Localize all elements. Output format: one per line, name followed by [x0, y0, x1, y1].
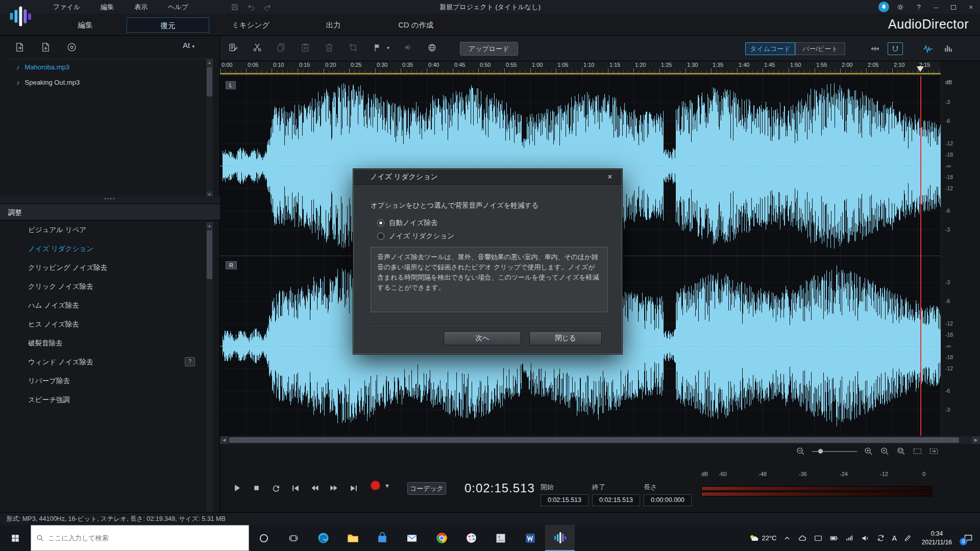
adjust-item[interactable]: 破裂音除去	[0, 334, 209, 353]
marker-icon[interactable]	[372, 42, 382, 53]
file-item[interactable]: ♪Mahoroba.mp3	[5, 59, 202, 74]
end-value[interactable]: 0:02:15.513	[592, 494, 640, 506]
taskbar-app-chrome[interactable]	[427, 525, 456, 551]
download-disc-icon[interactable]	[66, 42, 77, 53]
zoom-selection-icon[interactable]	[896, 446, 906, 456]
search-input[interactable]	[48, 534, 243, 542]
notification-icon[interactable]	[878, 2, 889, 12]
taskbar-app-store[interactable]	[368, 525, 397, 551]
redo-icon[interactable]	[262, 2, 273, 13]
ime-mode[interactable]: A	[892, 534, 896, 542]
radio-icon[interactable]	[377, 233, 384, 240]
taskbar-clock[interactable]: 0:34 2021/11/16	[919, 530, 955, 546]
record-caret-icon[interactable]: ▼	[384, 483, 390, 489]
scroll-thumb[interactable]	[207, 230, 212, 279]
snap-tool-icon[interactable]	[888, 42, 903, 55]
settings-gear-icon[interactable]	[896, 3, 906, 11]
sync-icon[interactable]	[876, 534, 885, 542]
file-item[interactable]: ♪Speaking Out.mp3	[5, 74, 202, 90]
fast-forward-button[interactable]	[327, 481, 341, 495]
taskbar-search[interactable]	[31, 525, 249, 551]
onedrive-cloud-icon[interactable]	[798, 534, 807, 543]
undo-icon[interactable]	[246, 2, 257, 13]
help-icon[interactable]: ?	[914, 3, 924, 11]
stop-button[interactable]	[250, 481, 263, 495]
network-icon[interactable]	[845, 534, 854, 542]
loop-button[interactable]	[269, 481, 283, 495]
adjust-item[interactable]: クリッピング ノイズ除去	[0, 258, 209, 277]
radio-icon[interactable]	[377, 219, 384, 227]
launch-tool-icon[interactable]: ?	[185, 357, 195, 366]
adjust-item[interactable]: スピーチ強調	[0, 390, 209, 409]
taskbar-app-mail[interactable]	[397, 525, 427, 551]
menu-item[interactable]: ヘルプ	[158, 0, 199, 14]
rewind-button[interactable]	[308, 481, 322, 495]
skip-start-button[interactable]	[288, 481, 302, 495]
action-center-button[interactable]: 8	[962, 533, 975, 543]
skip-end-button[interactable]	[347, 481, 360, 495]
adjust-scrollbar[interactable]: ▲ ▼	[206, 222, 213, 546]
maximize-button[interactable]	[948, 3, 959, 11]
spectral-view-icon[interactable]	[941, 42, 956, 55]
cortana-button[interactable]	[249, 525, 279, 551]
paste-icon[interactable]	[300, 42, 310, 53]
zoom-slider-knob[interactable]	[818, 449, 823, 454]
adjust-item[interactable]: ノイズ リダクション	[0, 239, 209, 258]
tab-出力[interactable]: 出力	[292, 17, 375, 33]
dialog-titlebar[interactable]: ノイズ リダクション ×	[354, 169, 622, 185]
scroll-thumb[interactable]	[207, 67, 212, 96]
zoom-slider[interactable]	[812, 447, 857, 456]
horizontal-scrollbar[interactable]: ◀ ▶	[220, 436, 980, 444]
volume-tray-icon[interactable]	[861, 534, 870, 543]
weather-widget[interactable]: 22°C	[748, 533, 776, 543]
start-button[interactable]	[0, 525, 31, 551]
scroll-up-icon[interactable]: ▲	[206, 59, 213, 66]
scroll-up-icon[interactable]: ▲	[206, 222, 213, 229]
pan-tool-icon[interactable]	[867, 42, 883, 55]
upload-button[interactable]: アップロード	[460, 42, 518, 56]
battery-icon[interactable]	[829, 534, 839, 543]
record-button[interactable]	[371, 481, 380, 490]
add-file-icon[interactable]	[40, 42, 51, 53]
tab-ミキシング[interactable]: ミキシング	[209, 17, 292, 33]
taskbar-app-edge[interactable]	[308, 525, 338, 551]
tab-編集[interactable]: 編集	[44, 17, 127, 33]
play-button[interactable]	[230, 481, 244, 495]
panel-splitter[interactable]: ••••	[0, 196, 220, 204]
barbeat-toggle[interactable]: バー/ビート	[795, 42, 845, 55]
adjust-item[interactable]: ウィンド ノイズ除去?	[0, 353, 209, 371]
taskbar-app-audiodirector[interactable]	[545, 525, 575, 551]
text-size-button[interactable]: At ▾	[183, 41, 194, 49]
save-icon[interactable]	[229, 2, 240, 13]
cut-icon[interactable]	[252, 42, 262, 53]
import-file-icon[interactable]	[14, 42, 25, 53]
select-region-icon[interactable]	[913, 446, 922, 456]
edit-note-icon[interactable]	[228, 42, 238, 53]
delete-icon[interactable]	[324, 42, 334, 53]
dialog-close-icon[interactable]: ×	[604, 172, 616, 182]
tab-CD の作成[interactable]: CD の作成	[375, 17, 457, 33]
scroll-thumb[interactable]	[229, 437, 959, 443]
menu-item[interactable]: 表示	[124, 0, 158, 14]
taskbar-app-paint[interactable]	[456, 525, 486, 551]
select-all-region-icon[interactable]	[929, 446, 939, 456]
adjust-item[interactable]: ヒス ノイズ除去	[0, 315, 209, 334]
zoom-in-icon[interactable]	[864, 446, 873, 456]
playhead[interactable]	[920, 76, 921, 436]
task-view-button[interactable]	[279, 525, 308, 551]
menu-item[interactable]: 編集	[90, 0, 124, 14]
zoom-cursor-icon[interactable]	[880, 446, 890, 456]
tab-復元[interactable]: 復元	[127, 17, 209, 33]
zoom-out-icon[interactable]	[796, 446, 805, 456]
volume-icon[interactable]	[403, 42, 413, 53]
radio-auto-denoise[interactable]: 自動ノイズ除去	[377, 218, 437, 228]
playhead-marker-icon[interactable]	[917, 66, 924, 72]
tray-expand-icon[interactable]	[783, 534, 791, 542]
adjust-item[interactable]: クリック ノイズ除去	[0, 277, 209, 296]
copy-icon[interactable]	[276, 42, 286, 53]
next-button[interactable]: 次へ	[444, 331, 521, 345]
adjust-item[interactable]: ビジュアル リペア	[0, 220, 209, 239]
taskbar-app-photos[interactable]	[486, 525, 516, 551]
marker-caret-icon[interactable]: ▾	[387, 45, 389, 51]
waveform-view-icon[interactable]	[920, 42, 936, 55]
